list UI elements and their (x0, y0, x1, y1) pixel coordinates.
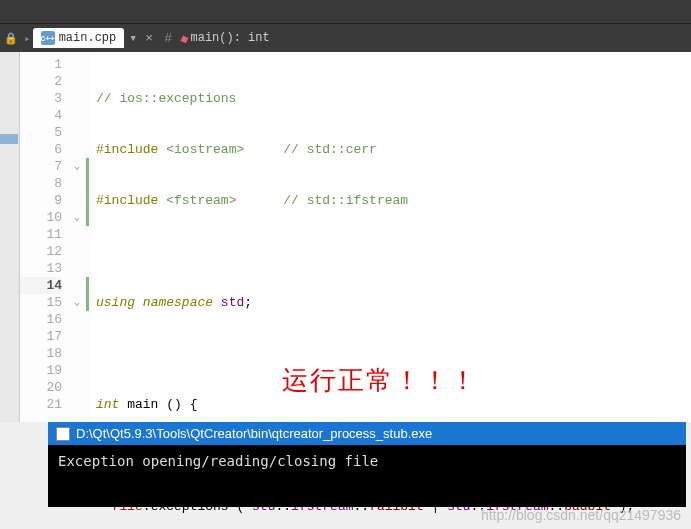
console-title-text: D:\Qt\Qt5.9.3\Tools\QtCreator\bin\qtcrea… (76, 426, 432, 441)
fold-spacer (68, 90, 86, 107)
fold-spacer (68, 396, 86, 413)
fold-spacer (68, 192, 86, 209)
fold-spacer (68, 345, 86, 362)
fold-spacer (68, 124, 86, 141)
fold-toggle-icon[interactable]: ⌄ (68, 294, 86, 311)
line-number[interactable]: 10 (20, 209, 62, 226)
code-token: // std::cerr (283, 142, 377, 157)
fold-spacer (68, 311, 86, 328)
console-window: D:\Qt\Qt5.9.3\Tools\QtCreator\bin\qtcrea… (48, 422, 686, 507)
code-token: #include (96, 193, 158, 208)
code-area[interactable]: // ios::exceptions #include <iostream> /… (92, 52, 691, 422)
line-number[interactable]: 12 (20, 243, 62, 260)
function-icon: ◆ (177, 29, 191, 48)
console-app-icon (56, 427, 70, 441)
line-number[interactable]: 15 (20, 294, 62, 311)
fold-spacer (68, 175, 86, 192)
breadcrumb-function[interactable]: main(): int (190, 31, 269, 45)
nav-arrow-icon[interactable]: ▸ (24, 32, 31, 45)
code-token: <iostream> (166, 142, 244, 157)
code-token: std (221, 295, 244, 310)
line-number[interactable]: 19 (20, 362, 62, 379)
code-comment: // ios::exceptions (96, 91, 236, 106)
menu-bar (0, 0, 691, 24)
fold-spacer (68, 362, 86, 379)
console-output[interactable]: Exception opening/reading/closing file (48, 445, 686, 507)
sidebar-marker (0, 134, 18, 144)
line-number[interactable]: 4 (20, 107, 62, 124)
fold-toggle-icon[interactable]: ⌄ (68, 209, 86, 226)
breadcrumb-separator: # (164, 31, 172, 46)
annotation-overlay: 运行正常！！！ (282, 372, 478, 389)
line-number[interactable]: 14 (20, 277, 62, 294)
code-token: <fstream> (166, 193, 236, 208)
line-number[interactable]: 1 (20, 56, 62, 73)
fold-toggle-icon[interactable]: ⌄ (68, 158, 86, 175)
line-number[interactable]: 16 (20, 311, 62, 328)
line-number[interactable]: 5 (20, 124, 62, 141)
line-number[interactable]: 3 (20, 90, 62, 107)
line-number[interactable]: 9 (20, 192, 62, 209)
code-token: // std::ifstream (283, 193, 408, 208)
tab-dropdown-icon[interactable]: ▾ (126, 31, 140, 45)
fold-spacer (68, 73, 86, 90)
console-line: Exception opening/reading/closing file (58, 453, 378, 469)
tab-bar: 🔒 ▸ C++ main.cpp ▾ × # ◆ main(): int (0, 24, 691, 52)
tab-filename: main.cpp (59, 31, 117, 45)
fold-spacer (68, 277, 86, 294)
line-number[interactable]: 17 (20, 328, 62, 345)
lock-icon: 🔒 (4, 32, 18, 45)
fold-column[interactable]: ⌄⌄⌄ (68, 52, 86, 422)
watermark: http://blog.csdn.net/qq21497936 (481, 507, 681, 523)
code-token: namespace (143, 295, 213, 310)
line-number-gutter[interactable]: 123456789101112131415161718192021 (20, 52, 68, 422)
line-number[interactable]: 11 (20, 226, 62, 243)
code-token: int (96, 397, 119, 412)
code-token: using (96, 295, 135, 310)
fold-spacer (68, 328, 86, 345)
file-tab[interactable]: C++ main.cpp (33, 28, 125, 48)
console-titlebar[interactable]: D:\Qt\Qt5.9.3\Tools\QtCreator\bin\qtcrea… (48, 422, 686, 445)
line-number[interactable]: 7 (20, 158, 62, 175)
line-number[interactable]: 18 (20, 345, 62, 362)
line-number[interactable]: 21 (20, 396, 62, 413)
code-token: main (127, 397, 158, 412)
line-number[interactable]: 13 (20, 260, 62, 277)
fold-spacer (68, 243, 86, 260)
editor: 123456789101112131415161718192021 ⌄⌄⌄ //… (0, 52, 691, 422)
line-number[interactable]: 20 (20, 379, 62, 396)
fold-spacer (68, 379, 86, 396)
left-sidebar (0, 52, 20, 422)
fold-spacer (68, 226, 86, 243)
fold-spacer (68, 260, 86, 277)
line-number[interactable]: 8 (20, 175, 62, 192)
fold-spacer (68, 141, 86, 158)
line-number[interactable]: 2 (20, 73, 62, 90)
cpp-file-icon: C++ (41, 31, 55, 45)
fold-spacer (68, 107, 86, 124)
code-token: #include (96, 142, 158, 157)
tab-close-icon[interactable]: × (142, 31, 156, 45)
fold-spacer (68, 56, 86, 73)
line-number[interactable]: 6 (20, 141, 62, 158)
